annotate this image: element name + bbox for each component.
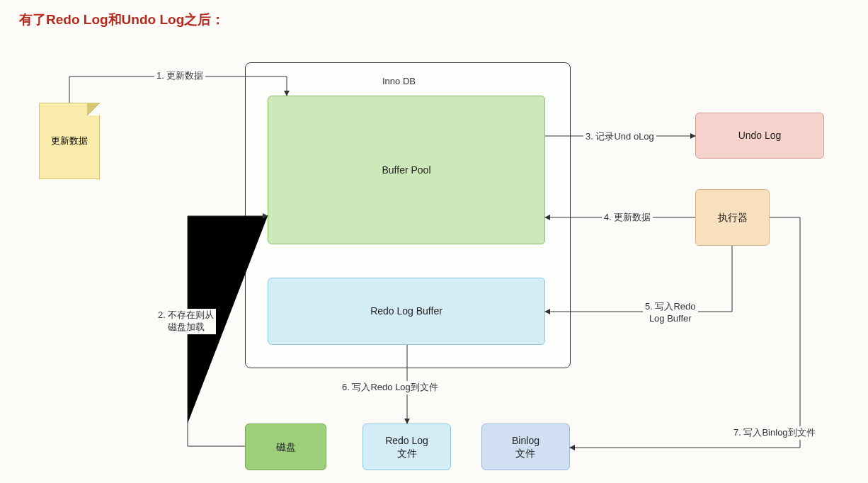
edge-label-7: 7. 写入Binlog到文件 <box>731 426 818 440</box>
note-fold-icon <box>87 103 100 115</box>
binlog-file-box: Binlog文件 <box>481 424 570 470</box>
undo-log-box: Undo Log <box>695 113 824 159</box>
executor-box: 执行器 <box>695 189 770 246</box>
innodb-label: Inno DB <box>382 76 416 86</box>
note-text: 更新数据 <box>51 135 88 147</box>
buffer-pool-box: Buffer Pool <box>268 96 545 244</box>
update-data-note: 更新数据 <box>39 103 100 179</box>
edge-label-1: 1. 更新数据 <box>154 69 205 83</box>
diagram-canvas: Inno DB Buffer Pool Redo Log Buffer 更新数据… <box>0 0 868 483</box>
disk-box: 磁盘 <box>245 424 326 470</box>
edge-label-5: 5. 写入RedoLog Buffer <box>643 300 698 326</box>
edge-label-4: 4. 更新数据 <box>602 211 653 225</box>
edge-label-2: 2. 不存在则从磁盘加载 <box>156 309 216 334</box>
edge-label-3: 3. 记录Und oLog <box>583 130 656 144</box>
redo-log-buffer-box: Redo Log Buffer <box>268 278 545 345</box>
edge-label-6: 6. 写入Redo Log到文件 <box>340 381 440 394</box>
redolog-file-box: Redo Log文件 <box>362 424 451 470</box>
